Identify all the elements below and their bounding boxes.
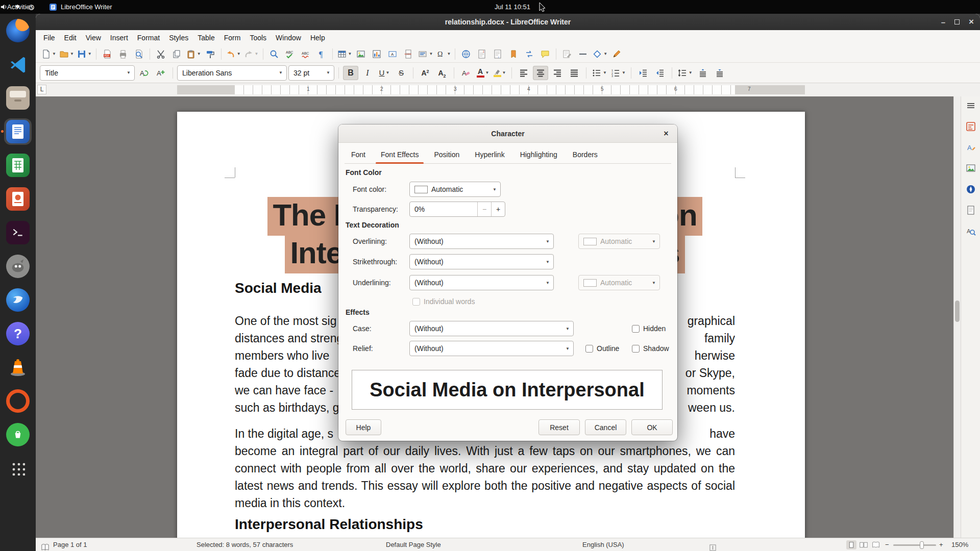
zoom-slider-thumb[interactable] [920, 541, 924, 549]
auto-spellcheck-button[interactable]: ABC [298, 47, 313, 61]
insert-comment-button[interactable] [537, 47, 553, 61]
menu-styles[interactable]: Styles [164, 30, 193, 45]
font-size-combobox[interactable]: 32 pt▼ [288, 65, 334, 81]
dock-item-vlc[interactable] [4, 354, 32, 381]
shadow-checkbox[interactable]: Shadow [632, 343, 669, 354]
book-view-button[interactable] [871, 540, 881, 549]
bold-button[interactable]: B [343, 66, 358, 80]
tab-highlighting[interactable]: Highlighting [513, 147, 564, 163]
tab-stop-selector[interactable]: L [37, 85, 46, 94]
insert-endnote-button[interactable]: i [490, 47, 505, 61]
activities-button[interactable]: Activities [7, 0, 33, 14]
cut-button[interactable] [153, 47, 168, 61]
subscript-button[interactable]: A2 [434, 66, 450, 80]
zoom-level[interactable]: 150% [951, 538, 968, 551]
font-color-dropdown[interactable]: Automatic ▼ [409, 182, 501, 197]
insert-table-button[interactable]: ▼ [336, 47, 353, 61]
tab-font[interactable]: Font [345, 147, 372, 163]
insert-bookmark-button[interactable] [506, 47, 521, 61]
insert-horizontal-line-button[interactable] [575, 47, 591, 61]
insert-field-button[interactable]: ▼ [416, 47, 434, 61]
dock-item-terminal[interactable] [4, 219, 32, 246]
page-count[interactable]: Page 1 of 1 [53, 538, 87, 551]
dock-item-firefox[interactable] [4, 17, 32, 44]
export-pdf-button[interactable]: PDF [100, 47, 115, 61]
maximize-button[interactable] [954, 19, 960, 24]
decrement-icon[interactable]: − [477, 202, 491, 216]
menu-format[interactable]: Format [133, 30, 164, 45]
zoom-in-button[interactable]: + [939, 538, 943, 551]
page-style[interactable]: Default Page Style [386, 538, 441, 551]
menu-help[interactable]: Help [306, 30, 330, 45]
sidebar-gallery-button[interactable] [963, 161, 978, 176]
sidebar-page-button[interactable] [963, 203, 978, 217]
tab-position[interactable]: Position [427, 147, 466, 163]
menu-form[interactable]: Form [219, 30, 246, 45]
highlight-color-button[interactable]: ▼ [492, 66, 507, 80]
strikethrough-button[interactable]: S [394, 66, 409, 80]
hidden-checkbox[interactable]: Hidden [632, 323, 666, 334]
track-changes-button[interactable] [559, 47, 575, 61]
decrease-paragraph-spacing-button[interactable] [712, 66, 727, 80]
formatting-marks-button[interactable]: ¶ [314, 47, 329, 61]
paste-button[interactable]: ▼ [185, 47, 202, 61]
print-preview-button[interactable] [131, 47, 146, 61]
font-name-combobox[interactable]: Liberation Sans▼ [177, 65, 287, 81]
dock-item-show-applications[interactable] [4, 455, 32, 482]
insert-cross-reference-button[interactable] [522, 47, 537, 61]
spelling-button[interactable]: ABC [282, 47, 298, 61]
horizontal-ruler[interactable]: L 1 2 3 4 5 6 7 [36, 83, 980, 96]
insert-mode-indicator[interactable] [709, 541, 717, 551]
dock-item-gimp[interactable] [4, 253, 32, 280]
text-language[interactable]: English (USA) [582, 538, 624, 551]
scrollbar-thumb[interactable] [955, 300, 960, 322]
insert-hyperlink-button[interactable] [458, 47, 474, 61]
tab-hyperlink[interactable]: Hyperlink [468, 147, 511, 163]
close-button[interactable]: × [969, 17, 974, 27]
sidebar-style-inspector-button[interactable]: A [963, 224, 978, 238]
menu-file[interactable]: File [39, 30, 60, 45]
italic-button[interactable]: I [360, 66, 375, 80]
sidebar-properties-button[interactable] [963, 119, 978, 134]
tab-font-effects[interactable]: Font Effects [374, 147, 425, 163]
show-draw-functions-button[interactable] [609, 47, 624, 61]
menu-view[interactable]: View [81, 30, 106, 45]
dock-item-files[interactable] [4, 85, 32, 111]
dock-item-libreoffice-impress[interactable] [4, 186, 32, 212]
decrease-indent-button[interactable] [652, 66, 668, 80]
dialog-titlebar[interactable]: Character × [338, 124, 677, 143]
transparency-spinner[interactable]: 0% − + [409, 202, 505, 217]
increase-indent-button[interactable] [635, 66, 651, 80]
strikethrough-dropdown[interactable]: (Without)▼ [409, 254, 554, 269]
relief-dropdown[interactable]: (Without)▼ [409, 341, 574, 356]
justify-button[interactable] [567, 66, 582, 80]
line-spacing-button[interactable]: ▼ [676, 66, 694, 80]
increment-icon[interactable]: + [491, 202, 505, 216]
superscript-button[interactable]: A2 [418, 66, 433, 80]
menu-edit[interactable]: Edit [60, 30, 81, 45]
sidebar-navigator-button[interactable] [963, 182, 978, 196]
multi-page-view-button[interactable] [859, 540, 869, 549]
sidebar-styles-button[interactable]: A [963, 140, 978, 155]
find-replace-button[interactable] [266, 47, 282, 61]
align-right-button[interactable] [550, 66, 565, 80]
new-document-button[interactable]: ▼ [40, 47, 57, 61]
dock-item-vscode[interactable] [4, 51, 32, 78]
case-dropdown[interactable]: (Without)▼ [409, 321, 574, 336]
dialog-close-icon[interactable]: × [660, 128, 672, 140]
menu-tools[interactable]: Tools [245, 30, 271, 45]
undo-button[interactable]: ▼ [225, 47, 242, 61]
update-style-button[interactable]: A [136, 66, 152, 80]
underline-button[interactable]: U▼ [377, 66, 392, 80]
print-button[interactable] [115, 47, 131, 61]
new-style-button[interactable]: A [153, 66, 168, 80]
paragraph-style-combobox[interactable]: Title▼ [40, 65, 135, 81]
single-page-view-button[interactable] [846, 540, 856, 549]
font-color-button[interactable]: A▼ [475, 66, 491, 80]
insert-text-box-button[interactable]: A [385, 47, 400, 61]
zoom-out-button[interactable]: − [885, 538, 889, 551]
clock[interactable]: Jul 11 10:51 [495, 0, 530, 14]
copy-button[interactable] [169, 47, 184, 61]
insert-special-character-button[interactable]: Ω▼ [434, 47, 452, 61]
clone-formatting-button[interactable] [203, 47, 218, 61]
